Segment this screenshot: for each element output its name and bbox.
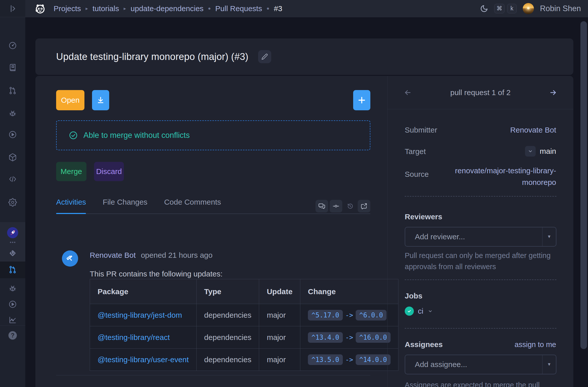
- version-from: ^13.5.0: [308, 354, 343, 365]
- merge-status-box: Able to merge without conflicts: [56, 120, 370, 150]
- k-key: k: [507, 4, 517, 13]
- breadcrumb-chevron-icon: ▸: [124, 6, 126, 11]
- assign-to-me-link[interactable]: assign to me: [515, 340, 556, 349]
- activity-body-text: This PR contains the following updates:: [90, 270, 222, 278]
- page-scrollbar[interactable]: [580, 21, 587, 349]
- version-to: ^14.0.0: [356, 354, 391, 365]
- merge-status-text: Able to merge without conflicts: [83, 131, 190, 140]
- sidebar-item-issues[interactable]: [0, 109, 25, 118]
- download-patch-button[interactable]: [92, 90, 109, 110]
- sidebar-item-help[interactable]: ?: [0, 330, 25, 340]
- tab-file-changes[interactable]: File Changes: [103, 198, 147, 213]
- version-arrow: ->: [345, 334, 353, 341]
- reviewers-note: Pull request can only be merged after ge…: [405, 250, 559, 272]
- check-circle-icon: [69, 131, 78, 140]
- chevron-down-icon: [427, 308, 433, 314]
- submitter-value[interactable]: Renovate Bot: [510, 126, 556, 134]
- sidebar-item-stats[interactable]: [0, 316, 25, 324]
- add-button[interactable]: [353, 90, 370, 110]
- change-cell: ^5.17.0->^6.0.0: [300, 304, 398, 326]
- sidebar-project-avatar[interactable]: [0, 227, 25, 238]
- dashed-divider: [405, 328, 556, 329]
- sidebar-item-project-issues[interactable]: [0, 284, 25, 293]
- type-cell: dependencies: [196, 304, 259, 326]
- arrow-left-icon: [404, 89, 412, 97]
- user-avatar[interactable]: [523, 3, 534, 14]
- activity-author-link[interactable]: Renovate Bot: [90, 251, 136, 259]
- package-box-icon: [8, 153, 17, 162]
- left-sidebar: ?: [0, 17, 25, 387]
- update-cell: major: [259, 326, 300, 349]
- dashed-divider: [405, 196, 556, 197]
- sidebar-toggle-zone: [0, 0, 25, 17]
- user-name[interactable]: Robin Shen: [540, 4, 581, 13]
- edit-title-button[interactable]: [258, 50, 271, 63]
- sidebar-item-pull-requests-active[interactable]: [0, 265, 25, 274]
- rocket-project-icon: [7, 227, 18, 238]
- updates-table: Package Type Update Change @testing-libr…: [90, 279, 398, 371]
- breadcrumb-project[interactable]: tutorials: [93, 4, 119, 13]
- table-row: @testing-library/react dependencies majo…: [90, 326, 398, 349]
- source-branch-link[interactable]: renovate/major-testing-library-monorepo: [445, 165, 556, 188]
- target-branch-dropdown[interactable]: [525, 146, 536, 157]
- sidebar-more-projects[interactable]: [0, 239, 25, 246]
- breadcrumb-repo[interactable]: update-dependencies: [131, 4, 204, 13]
- sidebar-item-builds[interactable]: [0, 130, 25, 139]
- version-arrow: ->: [345, 311, 353, 319]
- book-icon: [8, 63, 17, 72]
- dashed-divider: [405, 280, 556, 280]
- download-icon: [96, 96, 105, 104]
- change-cell: ^13.5.0->^14.0.0: [300, 349, 398, 371]
- package-link[interactable]: @testing-library/jest-dom: [98, 311, 182, 319]
- pr-pager: pull request 1 of 2: [388, 76, 573, 109]
- reviewers-heading: Reviewers: [405, 212, 442, 221]
- dark-mode-toggle-icon[interactable]: [480, 5, 488, 13]
- history-button[interactable]: [344, 200, 356, 212]
- pr-state-badge[interactable]: Open: [56, 90, 84, 110]
- breadcrumb-pr-number: #3: [274, 4, 282, 13]
- discard-button[interactable]: Discard: [94, 162, 124, 181]
- sidebar-expand-icon[interactable]: [8, 4, 17, 13]
- breadcrumb-section[interactable]: Pull Requests: [215, 4, 262, 13]
- sidebar-item-git[interactable]: [0, 249, 25, 258]
- sidebar-item-packages[interactable]: [0, 153, 25, 162]
- pr-side-panel: pull request 1 of 2 Submitter Renovate B…: [387, 76, 573, 387]
- sidebar-item-docs[interactable]: [0, 63, 25, 72]
- add-assignee-select[interactable]: Add assignee... ▼: [405, 355, 556, 374]
- breadcrumb-projects[interactable]: Projects: [54, 4, 81, 13]
- prev-pr-button[interactable]: [404, 89, 412, 97]
- tab-activities[interactable]: Activities: [56, 198, 86, 213]
- code-icon: [8, 175, 17, 183]
- command-palette-shortcut[interactable]: ⌘ k: [494, 4, 517, 13]
- show-commits-button[interactable]: [330, 200, 342, 212]
- add-reviewer-placeholder: Add reviewer...: [405, 232, 542, 241]
- job-name[interactable]: ci: [418, 307, 423, 315]
- tab-code-comments[interactable]: Code Comments: [164, 198, 221, 213]
- package-link[interactable]: @testing-library/user-event: [98, 355, 189, 364]
- sidebar-item-dashboard[interactable]: [0, 41, 25, 50]
- sidebar-item-settings[interactable]: [0, 198, 25, 207]
- package-link[interactable]: @testing-library/react: [98, 333, 170, 341]
- sidebar-item-project-builds[interactable]: [0, 300, 25, 309]
- table-row: @testing-library/user-event dependencies…: [90, 349, 398, 371]
- submitter-label: Submitter: [405, 126, 437, 134]
- sidebar-item-code[interactable]: [0, 175, 25, 183]
- next-pr-button[interactable]: [549, 89, 557, 97]
- show-comments-button[interactable]: [315, 200, 328, 212]
- job-row-ci[interactable]: ci: [405, 307, 433, 316]
- type-cell: dependencies: [196, 349, 259, 371]
- onedev-logo-icon[interactable]: [34, 3, 46, 14]
- dashboard-gauge-icon: [8, 41, 17, 50]
- open-in-new-icon: [360, 203, 368, 210]
- col-package: Package: [90, 279, 197, 304]
- merge-button[interactable]: Merge: [56, 162, 86, 181]
- sidebar-divider: [0, 325, 25, 326]
- open-in-new-button[interactable]: [358, 200, 370, 212]
- history-clock-icon: [347, 203, 354, 210]
- app-screen: Projects ▸ tutorials ▸ update-dependenci…: [0, 0, 588, 387]
- sidebar-item-pull-requests[interactable]: [0, 86, 25, 95]
- renovate-bot-avatar[interactable]: [62, 250, 78, 267]
- dropdown-caret-icon: ▼: [542, 227, 556, 246]
- col-change: Change: [300, 279, 398, 304]
- add-reviewer-select[interactable]: Add reviewer... ▼: [405, 227, 556, 247]
